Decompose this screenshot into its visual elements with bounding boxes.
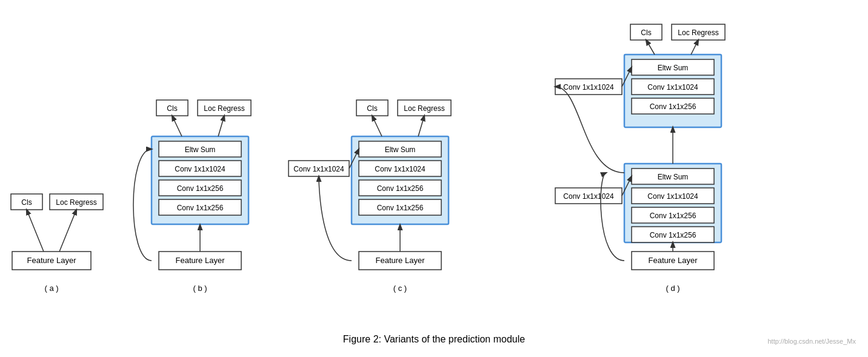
d-eltw-top-text: Eltw Sum — [658, 64, 689, 72]
d-label: ( d ) — [666, 284, 679, 293]
d-conv1-bot-text: Conv 1x1x1024 — [647, 192, 698, 201]
b-eltw-text: Eltw Sum — [185, 145, 216, 154]
svg-line-25 — [418, 116, 424, 136]
watermark: http://blog.csdn.net/Jesse_Mx — [767, 338, 856, 345]
a-cls-text: Cls — [21, 198, 32, 207]
b-cls-text: Cls — [167, 104, 177, 113]
svg-line-12 — [172, 116, 182, 136]
d-feature-text: Feature Layer — [649, 256, 698, 265]
d-eltw-bot-text: Eltw Sum — [658, 173, 689, 181]
caption-area: Figure 2: Variants of the prediction mod… — [0, 334, 868, 345]
c-loc-text: Loc Regress — [404, 104, 444, 113]
c-eltw-text: Eltw Sum — [385, 145, 416, 154]
c-feature-text: Feature Layer — [376, 256, 426, 265]
b-loc-text: Loc Regress — [204, 104, 244, 113]
d-side-bot-text: Conv 1x1x1024 — [563, 192, 614, 201]
c-conv2-text: Conv 1x1x256 — [377, 184, 424, 193]
svg-line-24 — [372, 116, 382, 136]
b-label: ( b ) — [193, 284, 207, 293]
d-conv2-top-text: Conv 1x1x256 — [650, 102, 696, 111]
c-side-text: Conv 1x1x1024 — [293, 165, 344, 173]
b-conv1-text: Conv 1x1x1024 — [175, 165, 225, 173]
a-loc-text: Loc Regress — [56, 198, 96, 207]
d-conv2-bot-text: Conv 1x1x256 — [650, 212, 696, 220]
c-label: ( c ) — [393, 284, 407, 293]
svg-line-3 — [27, 210, 44, 252]
a-feature-text: Feature Layer — [27, 256, 77, 265]
svg-line-36 — [646, 40, 655, 55]
d-loc-text: Loc Regress — [678, 28, 718, 37]
a-label: ( a ) — [44, 284, 58, 293]
b-conv3-text: Conv 1x1x256 — [177, 204, 224, 212]
c-conv1-text: Conv 1x1x1024 — [375, 165, 426, 173]
d-side-top-text: Conv 1x1x1024 — [563, 83, 614, 92]
c-cls-text: Cls — [367, 104, 377, 113]
main-container: Feature Layer Cls Loc Regress ( a ) Eltw… — [0, 0, 868, 357]
d-conv3-bot-text: Conv 1x1x256 — [650, 231, 696, 239]
svg-line-37 — [691, 40, 698, 55]
d-cls-text: Cls — [641, 28, 651, 37]
figure-caption: Figure 2: Variants of the prediction mod… — [343, 334, 525, 344]
b-conv2-text: Conv 1x1x256 — [177, 184, 224, 193]
b-feature-text: Feature Layer — [176, 256, 225, 265]
svg-line-13 — [218, 116, 224, 136]
d-conv1-top-text: Conv 1x1x1024 — [647, 83, 698, 92]
c-conv3-text: Conv 1x1x256 — [377, 204, 424, 212]
diagram-svg: Feature Layer Cls Loc Regress ( a ) Eltw… — [0, 0, 868, 315]
svg-line-4 — [59, 210, 76, 252]
